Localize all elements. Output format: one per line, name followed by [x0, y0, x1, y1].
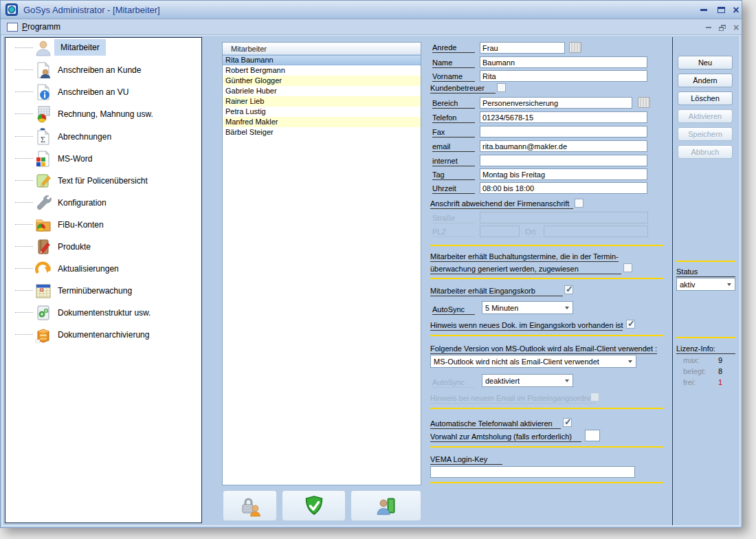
uhrzeit-field[interactable] [480, 182, 647, 194]
close-button[interactable]: × [730, 5, 742, 15]
list-item[interactable]: Rita Baumann [223, 55, 421, 65]
sidebar-item-anschreiben-kunde[interactable]: Anschreiben an Kunde [5, 60, 201, 80]
chevron-down-icon [565, 380, 569, 382]
security-check-button[interactable] [282, 490, 346, 521]
sidebar-item-policentext[interactable]: Text für Policenübersicht [5, 170, 201, 191]
book-pencil-icon [34, 238, 52, 256]
list-item[interactable]: Rainer Lieb [223, 96, 421, 107]
sidebar-item-label: Anschreiben an Kunde [58, 65, 141, 75]
tree-connector [15, 158, 33, 159]
svg-text:Σ: Σ [41, 135, 45, 144]
mdi-close-icon: × [733, 23, 739, 32]
tree-connector [15, 180, 33, 181]
internet-label: internet [432, 157, 475, 166]
sidebar-item-label: Anschreiben an VU [58, 87, 129, 97]
sidebar-item-fibu-konten[interactable]: FiBu-Konten [5, 214, 201, 235]
email-field[interactable] [480, 140, 647, 152]
bereich-label: Bereich [432, 99, 475, 109]
telefonwahl-label: Automatische Telefonwahl aktivieren [430, 419, 561, 429]
chevron-down-icon [727, 283, 731, 286]
fax-field[interactable] [480, 126, 647, 138]
telefon-field[interactable] [480, 111, 647, 123]
telefon-label: Telefon [432, 113, 475, 123]
status-label: Status [676, 267, 735, 277]
speichern-button: Speichern [678, 127, 733, 141]
sidebar-item-label: Aktualisierungen [58, 264, 119, 274]
user-logout-button[interactable] [351, 490, 421, 521]
sidebar-item-ms-word[interactable]: MS-Word [5, 148, 201, 169]
sidebar-item-dokumentenarchivierung[interactable]: Dokumentenarchivierung [5, 324, 201, 345]
list-item[interactable]: Petra Lustig [223, 107, 421, 117]
status-dropdown[interactable]: aktiv [676, 278, 735, 291]
sidebar-item-anschreiben-vu[interactable]: Anschreiben an VU [5, 82, 201, 102]
sidebar-item-konfiguration[interactable]: Konfiguration [5, 192, 201, 213]
telefonwahl-checkbox[interactable]: ✓ [563, 418, 572, 427]
separator [430, 408, 664, 409]
mdi-restore-button[interactable] [717, 23, 728, 32]
separator [430, 482, 664, 483]
checkmark-icon: ✓ [627, 318, 635, 329]
sidebar-item-label: Konfiguration [58, 198, 107, 208]
sidebar-item-label: Rechnung, Mahnung usw. [58, 109, 153, 119]
bereich-field[interactable] [480, 97, 632, 109]
letter-info-icon [34, 83, 52, 101]
vema-field[interactable] [430, 466, 635, 478]
buchhaltung-checkbox[interactable] [623, 263, 632, 272]
window-title: GoSys Administrator - [Mitarbeiter] [23, 5, 160, 15]
hinweis-dok-checkbox[interactable]: ✓ [626, 320, 635, 329]
shield-check-icon [303, 495, 325, 517]
anrede-lookup-button[interactable] [569, 42, 581, 53]
navigation-tree: Mitarbeiter Anschreiben an Kunde Anschre… [5, 37, 202, 523]
minimize-button[interactable] [698, 5, 710, 15]
mdi-minimize-button[interactable] [703, 23, 714, 32]
autosync-dropdown[interactable]: 5 Minuten [482, 301, 573, 314]
sidebar-item-produkte[interactable]: Produkte [5, 236, 201, 257]
menu-programm[interactable]: Programm [22, 22, 60, 32]
box-gears-icon [34, 304, 52, 322]
mdi-child-icon[interactable] [7, 23, 18, 32]
status-value: aktiv [680, 280, 696, 289]
list-item[interactable]: Gabriele Huber [223, 86, 421, 96]
kundenbetreuer-checkbox[interactable] [497, 83, 506, 92]
anschrift-checkbox[interactable] [575, 199, 583, 208]
sidebar-item-rechnung[interactable]: Rechnung, Mahnung usw. [5, 104, 201, 124]
neu-button[interactable]: Neu [678, 56, 733, 69]
list-item[interactable]: Manfred Makler [223, 117, 421, 127]
sidebar-item-label: Abrechnungen [58, 132, 111, 142]
list-item[interactable]: Robert Bergmann [223, 65, 421, 76]
tag-field[interactable] [480, 168, 647, 180]
maximize-icon [718, 7, 725, 13]
sidebar-item-label: Text für Policenübersicht [58, 176, 148, 186]
anrede-field[interactable] [480, 42, 565, 54]
archive-box-icon [34, 326, 52, 344]
list-item[interactable]: Günther Glogger [223, 76, 421, 86]
vorname-field[interactable] [480, 70, 647, 82]
aendern-button[interactable]: Ändern [678, 74, 733, 87]
tree-connector [15, 224, 33, 225]
bereich-lookup-button[interactable] [638, 97, 650, 108]
maximize-button[interactable] [715, 5, 727, 15]
outlook-value: MS-Outlook wird nicht als Email-Client v… [434, 358, 599, 366]
sidebar-item-terminueberwachung[interactable]: Terminüberwachung [5, 280, 201, 301]
lizenz-belegt-value: 8 [709, 367, 722, 375]
eingangskorb-checkbox[interactable]: ✓ [564, 285, 573, 294]
name-field[interactable] [480, 56, 647, 68]
sidebar-item-dokumentenstruktur[interactable]: Dokumentenstruktur usw. [5, 302, 201, 323]
name-label: Name [432, 58, 475, 68]
autosync2-dropdown[interactable]: deaktiviert [482, 374, 573, 387]
tree-connector [15, 290, 33, 291]
list-item[interactable]: Bärbel Steiger [223, 127, 421, 138]
outlook-dropdown[interactable]: MS-Outlook wird nicht als Email-Client v… [430, 355, 636, 368]
internet-field[interactable] [480, 155, 647, 166]
tree-connector [15, 246, 33, 247]
buchhaltung-label-line2: überwachung generiert werden, zugewiesen [430, 265, 621, 274]
tree-connector [15, 334, 33, 335]
sidebar-item-abrechnungen[interactable]: Σ Abrechnungen [5, 126, 201, 147]
sidebar-item-aktualisierungen[interactable]: Aktualisierungen [5, 258, 201, 279]
mdi-minimize-icon [706, 27, 711, 28]
sidebar-item-mitarbeiter[interactable]: Mitarbeiter [5, 38, 201, 58]
vorwahl-field[interactable] [585, 430, 600, 441]
loeschen-button[interactable]: Löschen [678, 91, 733, 105]
permissions-button[interactable] [223, 490, 277, 521]
mdi-close-button[interactable]: × [731, 23, 742, 32]
